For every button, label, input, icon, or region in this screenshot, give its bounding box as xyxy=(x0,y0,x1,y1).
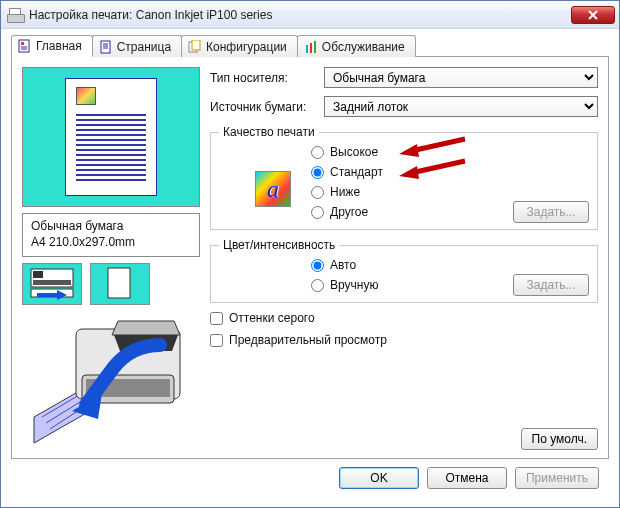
quality-high-label: Высокое xyxy=(330,145,378,159)
color-auto-radio[interactable] xyxy=(311,259,324,272)
grayscale-label: Оттенки серого xyxy=(229,311,315,325)
close-button[interactable] xyxy=(571,6,615,24)
tab-service-label: Обслуживание xyxy=(322,40,405,54)
quality-other-radio[interactable] xyxy=(311,206,324,219)
preview-checkbox-row[interactable]: Предварительный просмотр xyxy=(210,333,598,347)
color-group: Цвет/интенсивность Авто Вручную Задать..… xyxy=(210,238,598,303)
page-preview xyxy=(22,67,200,207)
tab-service[interactable]: Обслуживание xyxy=(297,35,416,57)
svg-rect-3 xyxy=(21,42,24,45)
svg-rect-17 xyxy=(33,280,71,285)
quality-standard-label: Стандарт xyxy=(330,165,383,179)
tab-service-icon xyxy=(304,40,318,54)
svg-rect-14 xyxy=(314,41,316,53)
color-manual-label: Вручную xyxy=(330,278,378,292)
preview-column: Обычная бумага A4 210.0x297.0mm xyxy=(22,67,200,450)
footer-buttons: OK Отмена Применить xyxy=(11,459,609,499)
apply-button[interactable]: Применить xyxy=(515,467,599,489)
tab-main[interactable]: Главная xyxy=(11,35,93,57)
quality-low[interactable]: Ниже xyxy=(311,185,589,199)
quality-group: Качество печати a Высокое Стандарт xyxy=(210,125,598,230)
svg-rect-11 xyxy=(192,40,200,50)
tab-config-label: Конфигурации xyxy=(206,40,287,54)
media-info-line1: Обычная бумага xyxy=(31,218,191,234)
printer-illustration xyxy=(22,315,200,445)
defaults-button[interactable]: По умолч. xyxy=(521,428,598,450)
tab-page-label: Страница xyxy=(117,40,171,54)
paper-source-select[interactable]: Задний лоток xyxy=(324,96,598,117)
color-set-button[interactable]: Задать... xyxy=(513,274,589,296)
tab-panel-main: Обычная бумага A4 210.0x297.0mm xyxy=(11,56,609,459)
grayscale-checkbox-row[interactable]: Оттенки серого xyxy=(210,311,598,325)
tab-page[interactable]: Страница xyxy=(92,35,182,57)
svg-marker-26 xyxy=(112,321,180,335)
preview-checkbox[interactable] xyxy=(210,334,223,347)
media-type-label: Тип носителя: xyxy=(210,71,318,85)
svg-rect-13 xyxy=(310,43,312,53)
color-legend: Цвет/интенсивность xyxy=(219,238,339,252)
close-icon xyxy=(588,10,598,20)
media-info-line2: A4 210.0x297.0mm xyxy=(31,234,191,250)
titlebar: Настройка печати: Canon Inkjet iP100 ser… xyxy=(1,1,619,29)
client-area: Главная Страница Конфигурации Обслуживан… xyxy=(1,29,619,507)
grayscale-checkbox[interactable] xyxy=(210,312,223,325)
svg-rect-16 xyxy=(33,271,43,278)
quality-high-radio[interactable] xyxy=(311,146,324,159)
svg-rect-12 xyxy=(306,45,308,53)
color-manual-radio[interactable] xyxy=(311,279,324,292)
tab-config-icon xyxy=(188,40,202,54)
quality-legend: Качество печати xyxy=(219,125,319,139)
quality-other-label: Другое xyxy=(330,205,368,219)
window-title: Настройка печати: Canon Inkjet iP100 ser… xyxy=(29,8,565,22)
quality-low-label: Ниже xyxy=(330,185,360,199)
dialog-window: Настройка печати: Canon Inkjet iP100 ser… xyxy=(0,0,620,508)
svg-rect-2 xyxy=(19,40,29,52)
settings-column: Тип носителя: Обычная бумага Источник бу… xyxy=(210,67,598,450)
orientation-portrait[interactable] xyxy=(90,263,150,305)
defaults-row: По умолч. xyxy=(210,428,598,450)
quality-icon: a xyxy=(255,171,291,207)
media-type-row: Тип носителя: Обычная бумага xyxy=(210,67,598,88)
preview-label: Предварительный просмотр xyxy=(229,333,387,347)
tab-main-icon xyxy=(18,39,32,53)
quality-standard-radio[interactable] xyxy=(311,166,324,179)
printer-icon xyxy=(7,8,23,22)
tab-main-label: Главная xyxy=(36,39,82,53)
svg-rect-6 xyxy=(101,41,110,53)
color-auto[interactable]: Авто xyxy=(311,258,589,272)
quality-high[interactable]: Высокое xyxy=(311,145,589,159)
media-info-box: Обычная бумага A4 210.0x297.0mm xyxy=(22,213,200,257)
orientation-row xyxy=(22,263,200,305)
media-type-select[interactable]: Обычная бумага xyxy=(324,67,598,88)
quality-low-radio[interactable] xyxy=(311,186,324,199)
quality-set-button[interactable]: Задать... xyxy=(513,201,589,223)
cancel-button[interactable]: Отмена xyxy=(427,467,507,489)
paper-source-label: Источник бумаги: xyxy=(210,100,318,114)
doc-page-icon xyxy=(65,78,157,196)
orientation-envelope[interactable] xyxy=(22,263,82,305)
paper-source-row: Источник бумаги: Задний лоток xyxy=(210,96,598,117)
color-auto-label: Авто xyxy=(330,258,356,272)
quality-standard[interactable]: Стандарт xyxy=(311,165,589,179)
tab-config[interactable]: Конфигурации xyxy=(181,35,298,57)
tab-page-icon xyxy=(99,40,113,54)
svg-rect-20 xyxy=(108,268,130,298)
ok-button[interactable]: OK xyxy=(339,467,419,489)
tab-strip: Главная Страница Конфигурации Обслуживан… xyxy=(11,35,609,57)
